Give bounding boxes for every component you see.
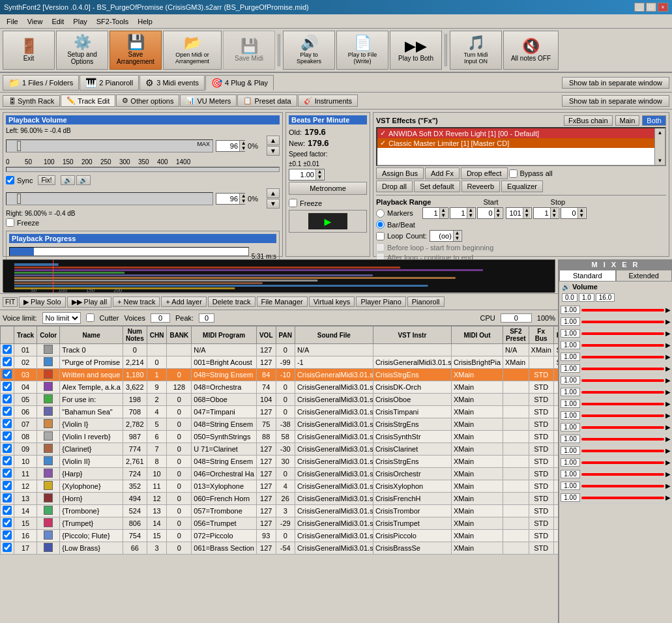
overview-bar[interactable]: 50 100 150 200	[3, 259, 555, 292]
table-row[interactable]: 08{Violin I reverb}98760050=SynthStrings…	[1, 431, 559, 443]
right-volume-slider[interactable]	[6, 192, 213, 205]
mixer-row-slider[interactable]	[581, 332, 664, 335]
vst-effect-2[interactable]: ✓ Classic Master Limiter [1] [Master CD]	[377, 138, 665, 148]
start-beat-spinner[interactable]: ▲▼	[450, 207, 476, 219]
row-enable[interactable]	[1, 517, 14, 530]
count-input[interactable]	[430, 231, 453, 240]
right-vol-down[interactable]: ▼	[239, 199, 247, 204]
mixer-row-slider[interactable]	[581, 403, 664, 405]
col-chn[interactable]: CHN	[147, 326, 167, 344]
vol-icon-btn1[interactable]: 🔊	[61, 175, 75, 185]
tab-preset-data[interactable]: 📋 Preset data	[237, 94, 297, 107]
mixer-row-slider[interactable]	[581, 438, 664, 441]
mixer-row-slider[interactable]	[581, 368, 664, 370]
mixer-row-arrow[interactable]: ▶	[665, 424, 671, 431]
col-sound-file[interactable]: Sound File	[295, 326, 373, 344]
col-vst-instr[interactable]: VST Instr	[373, 326, 451, 344]
mixer-row-slider[interactable]	[581, 473, 664, 476]
turn-midi-button[interactable]: 🎵 Turn Midi Input ON	[450, 31, 502, 70]
table-row[interactable]: 03Written and seque1,18010048=String Ens…	[1, 369, 559, 381]
play-all-button[interactable]: ▶▶ Play all	[67, 297, 112, 308]
play-speakers-button[interactable]: 🔊 Play to Speakers	[283, 31, 335, 70]
col-sf2-preset[interactable]: SF2 Preset	[503, 326, 529, 344]
table-row[interactable]: 15{Trumpet}806140056=Trumpet127-29Crisis…	[1, 517, 559, 530]
mixer-row-arrow[interactable]: ▶	[665, 330, 671, 337]
menu-play[interactable]: Play	[69, 16, 91, 27]
col-fx-bus[interactable]: Fx Bus	[529, 326, 553, 344]
mixer-tab-standard[interactable]: Standard	[559, 270, 616, 282]
assign-bus-button[interactable]: Assign Bus	[376, 167, 424, 179]
left-volume-slider[interactable]: MAX	[6, 139, 213, 152]
row-color[interactable]	[37, 505, 60, 517]
sync-checkbox[interactable]	[6, 176, 14, 184]
show-tab-button-2[interactable]: Show tab in separate window	[562, 95, 669, 107]
save-arrangement-button[interactable]: 💾 Save Arrangement	[110, 31, 162, 70]
row-name[interactable]: {Low Brass}	[60, 542, 123, 555]
row-program[interactable]: 072=Piccolo	[192, 530, 257, 542]
table-row[interactable]: 17{Low Brass}6630061=Brass Section127-54…	[1, 542, 559, 555]
stop-bar-spinner[interactable]: ▲▼	[506, 207, 532, 219]
bpm-down[interactable]: ▼	[315, 175, 323, 180]
equalizer-button[interactable]: Equalizer	[501, 181, 543, 192]
progress-bar-outer[interactable]	[9, 247, 249, 256]
table-row[interactable]: 05For use in:19820068=Oboe1040CrisisGene…	[1, 394, 559, 406]
row-program[interactable]: 048=String Ensem	[192, 369, 257, 381]
row-enable[interactable]	[1, 431, 14, 443]
left-vol-down[interactable]: ▼	[239, 146, 247, 151]
file-manager-button[interactable]: File Manager	[257, 297, 308, 307]
menu-edit[interactable]: Edit	[48, 16, 68, 27]
row-program[interactable]: 061=Brass Section	[192, 542, 257, 555]
start-tick-input[interactable]	[478, 209, 494, 218]
row-color[interactable]	[37, 480, 60, 493]
tab-other-options[interactable]: ⚙ Other options	[116, 94, 179, 107]
mixer-row-slider[interactable]	[581, 344, 664, 347]
row-name[interactable]: Track 0	[60, 344, 123, 356]
row-color[interactable]	[37, 456, 60, 468]
row-color[interactable]	[37, 443, 60, 456]
row-name[interactable]: {Piccolo; Flute}	[60, 530, 123, 542]
row-name[interactable]: {Horn}	[60, 493, 123, 505]
voice-limit-select[interactable]: No limit	[42, 312, 81, 324]
metronome-button[interactable]: Metronome	[289, 182, 367, 195]
col-bank[interactable]: BANK	[167, 326, 192, 344]
table-row[interactable]: 07{Violin I}2,78250048=String Ensem75-38…	[1, 418, 559, 431]
tab-files[interactable]: 📁 1 Files / Folders	[3, 75, 79, 91]
col-midi-out[interactable]: MIDI Out	[451, 326, 503, 344]
row-program[interactable]: 046=Orchestral Ha	[192, 468, 257, 480]
mixer-row-arrow[interactable]: ▶	[665, 388, 671, 396]
mixer-row-arrow[interactable]: ▶	[665, 353, 671, 360]
stop-tick-input[interactable]	[561, 209, 577, 218]
menu-view[interactable]: View	[23, 16, 47, 27]
count-spinner[interactable]: ▲▼	[430, 230, 462, 242]
table-row[interactable]: 12{Xylophone}352110013=Xylophone1274Cris…	[1, 480, 559, 493]
row-name[interactable]: {Xylophone}	[60, 480, 123, 493]
row-color[interactable]	[37, 381, 60, 394]
delete-track-button[interactable]: Delete track	[208, 297, 256, 307]
reverb-button[interactable]: Reveerb	[461, 181, 501, 192]
row-enable[interactable]	[1, 505, 14, 517]
tab-vu-meters[interactable]: 📊 VU Meters	[180, 94, 237, 107]
vol-icon-btn2[interactable]: 🔊	[76, 175, 91, 185]
row-program[interactable]: 048=Orchestra	[192, 381, 257, 394]
row-program[interactable]: U 71=Clarinet	[192, 443, 257, 456]
start-bar-input[interactable]	[423, 209, 439, 218]
col-name[interactable]: Name	[60, 326, 123, 344]
stop-bar-input[interactable]	[506, 209, 523, 218]
mixer-row-arrow[interactable]: ▶	[665, 447, 671, 454]
table-row[interactable]: 13{Horn}494120060=French Horn12726Crisis…	[1, 493, 559, 505]
mixer-row-slider[interactable]	[581, 485, 664, 487]
row-name[interactable]: "Purge of Promise	[60, 356, 123, 369]
tab-synth-rack[interactable]: 🎛 Synth Rack	[3, 95, 60, 107]
row-enable[interactable]	[1, 480, 14, 493]
table-row[interactable]: 10{Violin II}2,76180048=String Ensem1273…	[1, 456, 559, 468]
row-program[interactable]: 048=String Ensem	[192, 456, 257, 468]
right-up-btn[interactable]: ▲	[267, 188, 280, 198]
row-enable[interactable]	[1, 493, 14, 505]
row-enable[interactable]	[1, 381, 14, 394]
row-color[interactable]	[37, 369, 60, 381]
left-up-btn[interactable]: ▲	[267, 136, 280, 145]
table-row[interactable]: 16{Piccolo; Flute}754150072=Piccolo930Cr…	[1, 530, 559, 542]
show-tab-button-1[interactable]: Show tab in separate window	[562, 77, 669, 89]
row-program[interactable]: 001=Bright Acoust	[192, 356, 257, 369]
row-enable[interactable]	[1, 456, 14, 468]
